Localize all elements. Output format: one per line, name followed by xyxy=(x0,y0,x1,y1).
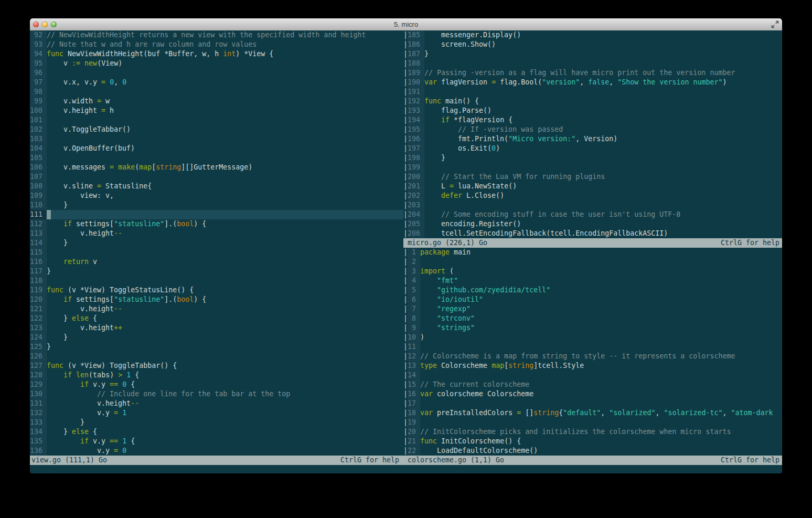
fullscreen-icon[interactable] xyxy=(771,20,779,28)
code-line: 186 screen.Show() xyxy=(408,40,782,49)
code-line: 200 // Start the Lua VM for running plug… xyxy=(408,172,782,182)
line-number: 2 xyxy=(408,257,420,267)
code-text xyxy=(47,210,403,219)
terminal-window[interactable]: 5. micro 92// NewViewWidthHeight returns… xyxy=(30,18,782,473)
code-line: 185 messenger.Display() xyxy=(408,30,782,40)
code-line: 113 v.height-- xyxy=(30,229,403,238)
code-text: os.Exit(0) xyxy=(424,144,782,153)
code-line: 187} xyxy=(408,49,782,59)
code-text: if settings["statusline"].(bool) { xyxy=(47,295,403,304)
editor-pane-view-go[interactable]: 92// NewViewWidthHeight returns a new vi… xyxy=(30,30,403,456)
code-line: 105 xyxy=(30,153,403,163)
code-line: 107 xyxy=(30,172,403,182)
code-text: flag.Parse() xyxy=(424,106,782,115)
code-line: 101 xyxy=(30,115,403,125)
code-line: 115 xyxy=(30,248,403,257)
code-line: 7 "regexp" xyxy=(408,304,782,314)
code-text: // Passing -version as a flag will have … xyxy=(424,68,782,78)
line-number: 16 xyxy=(408,389,420,399)
line-number: 5 xyxy=(408,286,420,295)
code-line: 199 xyxy=(408,163,782,172)
code-text: } xyxy=(47,238,403,248)
code-line: 93// Note that w and h are raw column an… xyxy=(30,40,403,49)
code-text: screen.Show() xyxy=(424,40,782,49)
code-line: 124 } xyxy=(30,333,403,342)
line-number: 198 xyxy=(408,153,424,163)
line-number: 11 xyxy=(408,342,420,352)
code-line: 188 xyxy=(408,59,782,68)
line-number: 105 xyxy=(30,153,47,163)
code-text: fmt.Println("Micro version:", Version) xyxy=(424,134,782,144)
code-text: } xyxy=(47,267,403,276)
editor-pane-colorscheme-go[interactable]: 1package main23import (4 "fmt"5 "github.… xyxy=(408,248,782,456)
code-line: 126 xyxy=(30,352,403,361)
code-text: // If -version was passed xyxy=(424,125,782,134)
line-number: 136 xyxy=(30,446,47,456)
code-line: 118 xyxy=(30,276,403,286)
line-number: 124 xyxy=(30,333,47,342)
code-text: v.height++ xyxy=(47,323,403,333)
code-line: 132 v.y = 1 xyxy=(30,408,403,418)
code-line: 12// Colorscheme is a map from string to… xyxy=(408,352,782,361)
code-line: 95 v := new(View) xyxy=(30,59,403,68)
line-number: 125 xyxy=(30,342,47,352)
code-text: v.height = h xyxy=(47,106,403,115)
code-line: 190var flagVersion = flag.Bool("version"… xyxy=(408,78,782,87)
code-text xyxy=(424,87,782,97)
code-line: 1package main xyxy=(408,248,782,257)
code-text: } xyxy=(424,49,782,59)
statusline-file-info: view.go (111,1) Go xyxy=(31,456,107,465)
code-line: 109 view: v, xyxy=(30,191,403,200)
code-line: 2 xyxy=(408,257,782,267)
code-text: L = lua.NewState() xyxy=(424,182,782,191)
code-line: 196 fmt.Println("Micro version:", Versio… xyxy=(408,134,782,144)
statusline-help-hint: CtrlG for help xyxy=(340,456,399,465)
line-number: 191 xyxy=(408,87,424,97)
code-text: } xyxy=(47,333,403,342)
code-line: 136 v.y = 0 xyxy=(30,446,403,456)
line-number: 126 xyxy=(30,352,47,361)
line-number: 129 xyxy=(30,380,47,389)
code-text: var preInstalledColors = []string{"defau… xyxy=(420,408,782,418)
line-number: 17 xyxy=(408,399,420,408)
code-line: 193 flag.Parse() xyxy=(408,106,782,115)
code-line: 195 // If -version was passed xyxy=(408,125,782,134)
code-text xyxy=(47,172,403,182)
line-number: 116 xyxy=(30,257,47,267)
line-number: 94 xyxy=(30,49,47,59)
line-number: 19 xyxy=(408,418,420,427)
code-text xyxy=(420,418,782,427)
code-line: 106 v.messages = make(map[string][]Gutte… xyxy=(30,163,403,172)
code-text: func NewViewWidthHeight(buf *Buffer, w, … xyxy=(47,49,403,59)
line-number: 14 xyxy=(408,371,420,380)
line-number: 12 xyxy=(408,352,420,361)
code-line: 110 } xyxy=(30,200,403,210)
code-text xyxy=(47,276,403,286)
line-number: 199 xyxy=(408,163,424,172)
code-line: 103 xyxy=(30,134,403,144)
code-text: } else { xyxy=(47,314,403,323)
code-text: } xyxy=(424,153,782,163)
line-number: 93 xyxy=(30,40,47,49)
line-number: 96 xyxy=(30,68,47,78)
line-number: 7 xyxy=(408,304,420,314)
line-number: 132 xyxy=(30,408,47,418)
code-text: v.x, v.y = 0, 0 xyxy=(47,78,403,87)
line-number: 200 xyxy=(408,172,424,182)
line-number: 131 xyxy=(30,399,47,408)
code-line: 114 } xyxy=(30,238,403,248)
code-line: 97 v.x, v.y = 0, 0 xyxy=(30,78,403,87)
window-titlebar[interactable]: 5. micro xyxy=(30,18,782,31)
code-text: v.height-- xyxy=(47,399,403,408)
line-number: 10 xyxy=(408,333,420,342)
statusline-colorscheme-go: colorscheme.go (1,1) Go CtrlG for help xyxy=(403,456,782,465)
code-line: 8 "strconv" xyxy=(408,314,782,323)
line-number: 133 xyxy=(30,418,47,427)
editor-pane-micro-go[interactable]: 185 messenger.Display()186 screen.Show()… xyxy=(408,30,782,238)
code-text xyxy=(47,68,403,78)
code-text: // Include one line for the tab bar at t… xyxy=(47,389,403,399)
code-line: 5 "github.com/zyedidia/tcell" xyxy=(408,286,782,295)
line-number: 195 xyxy=(408,125,424,134)
code-text: // InitColorscheme picks and initializes… xyxy=(420,427,782,437)
line-number: 186 xyxy=(408,40,424,49)
